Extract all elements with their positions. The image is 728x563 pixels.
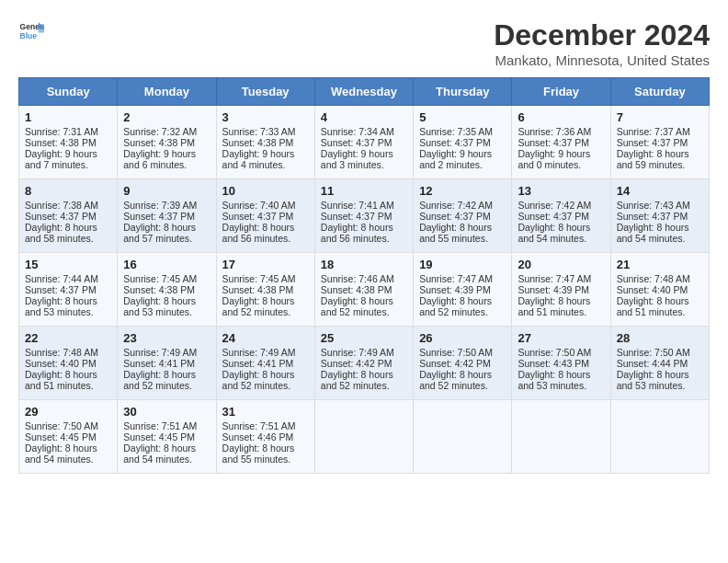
- sunrise-text: Sunrise: 7:35 AM: [419, 126, 493, 137]
- sunset-text: Sunset: 4:37 PM: [419, 137, 491, 148]
- logo-icon: General Blue: [18, 18, 44, 44]
- sunset-text: Sunset: 4:41 PM: [222, 358, 294, 369]
- day-number: 26: [419, 331, 506, 345]
- page-subtitle: Mankato, Minnesota, United States: [494, 52, 710, 68]
- svg-marker-3: [39, 24, 44, 32]
- sunset-text: Sunset: 4:44 PM: [617, 358, 688, 369]
- sunset-text: Sunset: 4:37 PM: [419, 211, 491, 222]
- calendar-cell: 22Sunrise: 7:48 AMSunset: 4:40 PMDayligh…: [19, 327, 118, 400]
- calendar-week-row: 1Sunrise: 7:31 AMSunset: 4:38 PMDaylight…: [19, 106, 710, 179]
- daylight-text: Daylight: 8 hours and 52 minutes.: [321, 295, 393, 317]
- title-block: December 2024 Mankato, Minnesota, United…: [494, 18, 710, 68]
- sunset-text: Sunset: 4:37 PM: [321, 137, 392, 148]
- day-number: 13: [518, 184, 604, 198]
- sunset-text: Sunset: 4:40 PM: [617, 284, 688, 295]
- day-header-saturday: Saturday: [610, 78, 709, 106]
- sunset-text: Sunset: 4:37 PM: [617, 137, 688, 148]
- day-number: 24: [222, 331, 309, 345]
- day-number: 29: [25, 405, 111, 419]
- calendar-cell: 6Sunrise: 7:36 AMSunset: 4:37 PMDaylight…: [512, 106, 610, 179]
- sunrise-text: Sunrise: 7:32 AM: [123, 126, 197, 137]
- daylight-text: Daylight: 9 hours and 4 minutes.: [222, 148, 295, 170]
- sunrise-text: Sunrise: 7:45 AM: [123, 273, 197, 284]
- daylight-text: Daylight: 8 hours and 52 minutes.: [222, 369, 295, 391]
- daylight-text: Daylight: 8 hours and 52 minutes.: [419, 295, 492, 317]
- day-number: 3: [222, 110, 309, 124]
- daylight-text: Daylight: 8 hours and 56 minutes.: [222, 222, 295, 244]
- day-number: 4: [321, 110, 407, 124]
- calendar-cell: 17Sunrise: 7:45 AMSunset: 4:38 PMDayligh…: [216, 253, 314, 327]
- calendar-cell: 1Sunrise: 7:31 AMSunset: 4:38 PMDaylight…: [19, 106, 118, 179]
- sunrise-text: Sunrise: 7:47 AM: [419, 273, 493, 284]
- sunset-text: Sunset: 4:37 PM: [617, 211, 688, 222]
- day-number: 28: [617, 331, 703, 345]
- calendar-week-row: 22Sunrise: 7:48 AMSunset: 4:40 PMDayligh…: [19, 327, 710, 400]
- sunrise-text: Sunrise: 7:38 AM: [25, 200, 98, 211]
- calendar-cell: 18Sunrise: 7:46 AMSunset: 4:38 PMDayligh…: [314, 253, 413, 327]
- day-number: 6: [518, 110, 604, 124]
- daylight-text: Daylight: 8 hours and 54 minutes.: [123, 442, 196, 465]
- day-header-tuesday: Tuesday: [216, 78, 314, 106]
- day-number: 27: [518, 331, 604, 345]
- calendar-cell: 26Sunrise: 7:50 AMSunset: 4:42 PMDayligh…: [414, 327, 512, 400]
- sunset-text: Sunset: 4:38 PM: [222, 284, 294, 295]
- calendar-cell: 13Sunrise: 7:42 AMSunset: 4:37 PMDayligh…: [512, 179, 610, 253]
- calendar-cell: 20Sunrise: 7:47 AMSunset: 4:39 PMDayligh…: [512, 253, 610, 327]
- calendar-cell: 19Sunrise: 7:47 AMSunset: 4:39 PMDayligh…: [414, 253, 512, 327]
- sunrise-text: Sunrise: 7:41 AM: [321, 200, 394, 211]
- daylight-text: Daylight: 8 hours and 52 minutes.: [321, 369, 393, 391]
- sunrise-text: Sunrise: 7:40 AM: [222, 200, 296, 211]
- sunset-text: Sunset: 4:37 PM: [25, 284, 97, 295]
- daylight-text: Daylight: 8 hours and 55 minutes.: [222, 442, 295, 465]
- day-header-thursday: Thursday: [414, 78, 512, 106]
- sunrise-text: Sunrise: 7:50 AM: [419, 347, 493, 358]
- sunrise-text: Sunrise: 7:37 AM: [617, 126, 690, 137]
- day-header-wednesday: Wednesday: [314, 78, 413, 106]
- sunrise-text: Sunrise: 7:51 AM: [123, 420, 197, 431]
- daylight-text: Daylight: 8 hours and 51 minutes.: [518, 295, 590, 317]
- sunrise-text: Sunrise: 7:48 AM: [25, 347, 98, 358]
- days-header-row: SundayMondayTuesdayWednesdayThursdayFrid…: [19, 78, 710, 106]
- calendar-cell: 7Sunrise: 7:37 AMSunset: 4:37 PMDaylight…: [610, 106, 709, 179]
- sunrise-text: Sunrise: 7:31 AM: [25, 126, 98, 137]
- daylight-text: Daylight: 8 hours and 52 minutes.: [419, 369, 492, 391]
- daylight-text: Daylight: 8 hours and 56 minutes.: [321, 222, 393, 244]
- daylight-text: Daylight: 8 hours and 53 minutes.: [617, 369, 689, 391]
- calendar-week-row: 29Sunrise: 7:50 AMSunset: 4:45 PMDayligh…: [19, 400, 710, 474]
- daylight-text: Daylight: 9 hours and 0 minutes.: [518, 148, 590, 170]
- header: General Blue December 2024 Mankato, Minn…: [18, 18, 710, 68]
- sunset-text: Sunset: 4:45 PM: [123, 431, 195, 442]
- sunrise-text: Sunrise: 7:50 AM: [518, 347, 591, 358]
- calendar-cell: 24Sunrise: 7:49 AMSunset: 4:41 PMDayligh…: [216, 327, 314, 400]
- daylight-text: Daylight: 8 hours and 53 minutes.: [25, 295, 97, 317]
- day-number: 10: [222, 184, 309, 198]
- calendar-cell: 28Sunrise: 7:50 AMSunset: 4:44 PMDayligh…: [610, 327, 709, 400]
- daylight-text: Daylight: 8 hours and 52 minutes.: [222, 295, 295, 317]
- sunrise-text: Sunrise: 7:33 AM: [222, 126, 296, 137]
- sunset-text: Sunset: 4:42 PM: [419, 358, 491, 369]
- calendar-week-row: 15Sunrise: 7:44 AMSunset: 4:37 PMDayligh…: [19, 253, 710, 327]
- day-header-friday: Friday: [512, 78, 610, 106]
- calendar-cell: 12Sunrise: 7:42 AMSunset: 4:37 PMDayligh…: [414, 179, 512, 253]
- calendar-table: SundayMondayTuesdayWednesdayThursdayFrid…: [18, 77, 710, 474]
- daylight-text: Daylight: 8 hours and 53 minutes.: [518, 369, 590, 391]
- svg-text:Blue: Blue: [20, 31, 38, 40]
- calendar-cell: 21Sunrise: 7:48 AMSunset: 4:40 PMDayligh…: [610, 253, 709, 327]
- sunrise-text: Sunrise: 7:34 AM: [321, 126, 394, 137]
- sunrise-text: Sunrise: 7:43 AM: [617, 200, 690, 211]
- day-number: 31: [222, 405, 309, 419]
- daylight-text: Daylight: 8 hours and 54 minutes.: [25, 442, 97, 465]
- calendar-cell: [512, 400, 610, 474]
- day-number: 21: [617, 258, 703, 271]
- sunset-text: Sunset: 4:37 PM: [518, 211, 589, 222]
- day-number: 18: [321, 258, 407, 271]
- day-header-monday: Monday: [118, 78, 216, 106]
- sunset-text: Sunset: 4:41 PM: [123, 358, 195, 369]
- sunset-text: Sunset: 4:43 PM: [518, 358, 589, 369]
- calendar-cell: 8Sunrise: 7:38 AMSunset: 4:37 PMDaylight…: [19, 179, 118, 253]
- sunset-text: Sunset: 4:38 PM: [222, 137, 294, 148]
- calendar-cell: 16Sunrise: 7:45 AMSunset: 4:38 PMDayligh…: [118, 253, 216, 327]
- calendar-cell: 3Sunrise: 7:33 AMSunset: 4:38 PMDaylight…: [216, 106, 314, 179]
- sunset-text: Sunset: 4:38 PM: [321, 284, 392, 295]
- sunset-text: Sunset: 4:39 PM: [518, 284, 589, 295]
